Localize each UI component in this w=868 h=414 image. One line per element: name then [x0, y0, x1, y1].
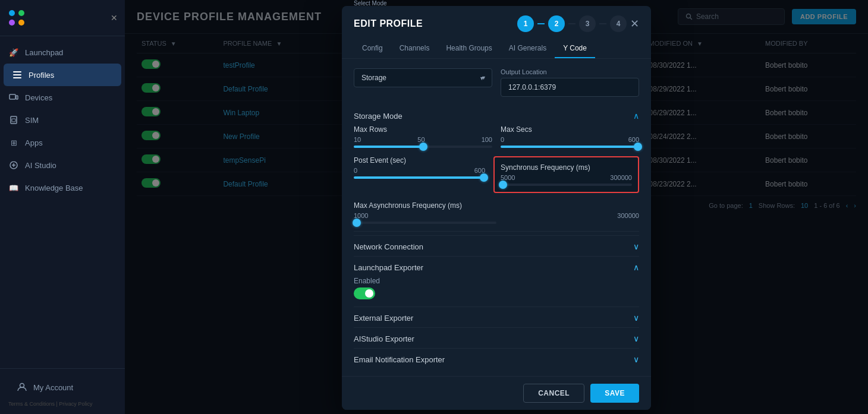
user-icon — [17, 382, 27, 393]
modal-step-3[interactable]: 3 — [579, 15, 596, 32]
slider-row-2: Post Event (sec) 0 600 Synchronus — [354, 156, 639, 193]
max-rows-min: 10 — [354, 136, 361, 143]
modal-steps: 1 2 3 4 ✕ — [517, 15, 639, 32]
sidebar-item-label: Knowledge Base — [25, 184, 83, 192]
modal-tabs: Config Channels Health Groups AI General… — [342, 39, 651, 59]
sidebar-item-devices[interactable]: Devices — [0, 86, 125, 109]
sidebar-item-label: Apps — [25, 138, 43, 147]
sidebar-item-apps[interactable]: ⊞ Apps — [0, 131, 125, 154]
storage-mode-chevron-icon: ∧ — [633, 111, 639, 121]
max-secs-group: Max Secs 0 600 — [501, 125, 639, 148]
tab-config-label: Config — [362, 44, 383, 52]
sidebar-item-knowledge-base[interactable]: 📖 Knowledge Base — [0, 176, 125, 199]
svg-rect-4 — [13, 71, 21, 72]
apps-icon: ⊞ — [8, 137, 19, 148]
post-event-labels: 0 600 — [354, 167, 485, 174]
external-chevron-icon: ∨ — [633, 313, 639, 323]
aistudio-chevron-icon: ∨ — [633, 334, 639, 343]
external-exporter-title: External Exporter — [354, 314, 413, 323]
tab-y-code[interactable]: Y Code — [555, 39, 595, 58]
slider-row-1: Max Rows 10 50 100 — [354, 125, 639, 148]
post-event-track[interactable] — [354, 176, 485, 179]
max-rows-group: Max Rows 10 50 100 — [354, 125, 492, 148]
launchpad-enabled-toggle[interactable] — [354, 287, 375, 299]
launchpad-enabled-label: Enabled — [354, 277, 639, 285]
aistudio-exporter-header[interactable]: AIStudio Exporter ∨ — [354, 328, 639, 348]
devices-icon — [8, 92, 19, 103]
email-notification-header[interactable]: Email Notification Exporter ∨ — [354, 349, 639, 369]
external-exporter-header[interactable]: External Exporter ∨ — [354, 307, 639, 327]
rocket-icon: 🚀 — [8, 47, 19, 58]
max-secs-thumb[interactable] — [634, 143, 642, 151]
sidebar-item-label: Launchpad — [25, 48, 63, 57]
email-notification-exporter-section: Email Notification Exporter ∨ — [354, 348, 639, 369]
network-connection-title: Network Connection — [354, 242, 423, 251]
save-button[interactable]: SAVE — [590, 384, 639, 403]
max-rows-thumb[interactable] — [419, 143, 427, 151]
sidebar-logo-area: ✕ — [0, 0, 125, 36]
app-logo-icon — [7, 8, 26, 27]
svg-point-2 — [9, 20, 15, 26]
output-location-input[interactable] — [501, 78, 639, 97]
tab-health-groups[interactable]: Health Groups — [438, 39, 500, 58]
tab-config[interactable]: Config — [354, 39, 391, 58]
tab-ai-generals-label: AI Generals — [509, 44, 546, 52]
modal-body: Storage ▼ Select Mode Output Location — [342, 59, 651, 376]
post-event-min: 0 — [354, 167, 357, 174]
email-notification-title: Email Notification Exporter — [354, 355, 445, 364]
sync-freq-thumb[interactable] — [499, 181, 507, 189]
svg-rect-8 — [16, 96, 18, 99]
launchpad-chevron-icon: ∧ — [633, 263, 639, 272]
max-rows-track[interactable] — [354, 146, 492, 148]
post-event-thumb[interactable] — [480, 173, 488, 182]
sidebar-item-my-account[interactable]: My Account — [8, 376, 117, 399]
storage-mode-title: Storage Mode — [354, 112, 402, 121]
sidebar-item-label: SIM — [25, 116, 39, 125]
sidebar-item-label: Profiles — [29, 71, 54, 80]
synchronus-freq-track[interactable] — [501, 184, 632, 186]
synchronus-frequency-group: Synchronus Frequency (ms) 5000 300000 — [493, 156, 639, 193]
modal-overlay: EDIT PROFILE 1 2 3 4 — [125, 0, 868, 414]
modal-step-4[interactable]: 4 — [610, 15, 627, 32]
storage-mode-section: Storage Mode ∧ Max Rows 10 50 100 — [354, 105, 639, 232]
aistudio-exporter-title: AIStudio Exporter — [354, 334, 414, 343]
modal-close-button[interactable]: ✕ — [630, 17, 639, 30]
max-secs-fill — [501, 146, 638, 148]
modal-step-1[interactable]: 1 — [517, 15, 534, 32]
max-rows-label: Max Rows — [354, 125, 492, 134]
sidebar-item-label: Devices — [25, 93, 52, 102]
launchpad-exporter-header[interactable]: Launchpad Exporter ∧ — [354, 257, 639, 277]
network-connection-header[interactable]: Network Connection ∨ — [354, 236, 639, 256]
step-3-label: 3 — [586, 20, 590, 28]
svg-rect-7 — [10, 94, 15, 99]
max-secs-labels: 0 600 — [501, 136, 639, 143]
step-4-label: 4 — [617, 20, 621, 28]
sidebar-close-icon[interactable]: ✕ — [111, 13, 118, 23]
sidebar-item-label: AI Studio — [25, 161, 56, 170]
svg-point-0 — [9, 10, 15, 16]
sidebar-item-ai-studio[interactable]: AI Studio — [0, 154, 125, 176]
select-mode-dropdown[interactable]: Storage ▼ — [354, 68, 492, 87]
book-icon: 📖 — [8, 182, 19, 193]
max-rows-max: 100 — [482, 136, 492, 143]
cancel-button[interactable]: CANCEL — [523, 384, 584, 403]
output-location-label: Output Location — [501, 68, 639, 75]
max-async-thumb[interactable] — [353, 219, 361, 227]
modal-step-2[interactable]: 2 — [548, 15, 565, 32]
storage-mode-header[interactable]: Storage Mode ∧ — [354, 105, 639, 125]
synchronus-freq-label: Synchronus Frequency (ms) — [501, 163, 632, 172]
max-secs-label: Max Secs — [501, 125, 639, 134]
sidebar-item-sim[interactable]: SIM — [0, 109, 125, 131]
ai-icon — [8, 160, 19, 170]
post-event-fill — [354, 176, 484, 179]
svg-rect-6 — [13, 77, 21, 78]
sidebar-item-profiles[interactable]: Profiles — [4, 64, 121, 86]
tab-ai-generals[interactable]: AI Generals — [501, 39, 555, 58]
max-async-label: Max Asynchronus Frequency (ms) — [354, 201, 639, 210]
sidebar-footer-text: Terms & Conditions | Privacy Policy — [8, 401, 117, 407]
max-async-track[interactable] — [354, 222, 496, 224]
tab-channels[interactable]: Channels — [391, 39, 438, 58]
max-secs-track[interactable] — [501, 146, 639, 148]
post-event-group: Post Event (sec) 0 600 — [354, 156, 485, 193]
sidebar-item-launchpad[interactable]: 🚀 Launchpad — [0, 41, 125, 64]
